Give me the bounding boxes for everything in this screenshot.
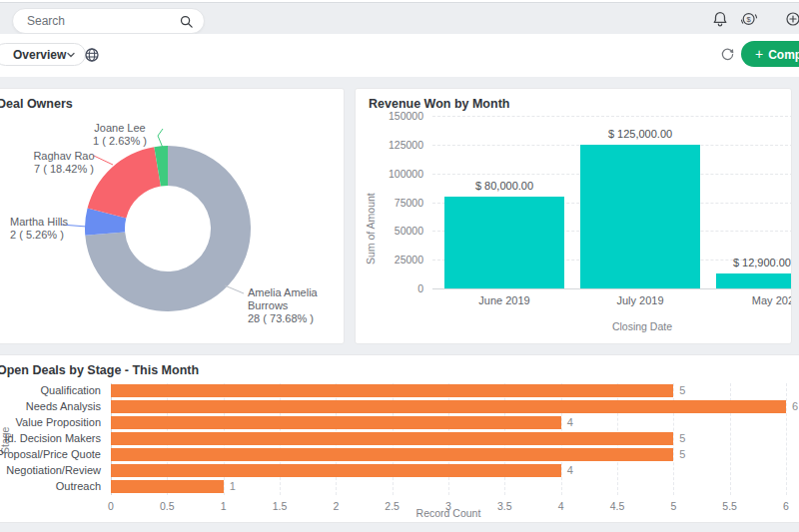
gridline (432, 288, 792, 289)
x-category-label: May 2020 (708, 294, 792, 306)
slice-value: 7 ( 18.42% ) (19, 163, 109, 176)
bar-value-label: 6 (792, 400, 798, 413)
slice-value: 2 ( 5.26% ) (10, 229, 100, 242)
deal-owners-panel: Deal Owners Joane Lee 1 ( 2.63% ) Raghav… (0, 88, 345, 344)
search-input[interactable] (27, 10, 177, 32)
x-tick-label: 5 (653, 500, 693, 512)
bar-value-label: $ 125,000.00 (608, 128, 672, 140)
panel-title: Open Deals by Stage - This Month (0, 363, 199, 377)
open-deals-by-stage-panel: Open Deals by Stage - This Month Stage Q… (0, 354, 799, 523)
revenue-won-panel: Revenue Won by Month Sum of Amount 15000… (355, 88, 792, 344)
add-circle-icon[interactable] (784, 10, 799, 28)
stage-category-labels: QualificationNeeds AnalysisValue Proposi… (0, 383, 101, 495)
revenue-bar-july-2019[interactable] (580, 145, 700, 288)
svg-text:$: $ (747, 15, 752, 24)
y-tick-label: 50000 (356, 225, 423, 237)
globe-icon[interactable] (84, 47, 100, 63)
stage-bar-negotiation-review[interactable] (111, 464, 561, 477)
plus-icon: + (755, 46, 763, 62)
toolbar-row: Overview +Component (0, 34, 799, 77)
slice-name: Joane Lee (75, 122, 165, 135)
y-tick-label: 0 (356, 282, 423, 294)
y-tick-label: 25000 (356, 254, 423, 266)
slice-name: Amelia Amelia Burrows (248, 286, 343, 312)
refresh-icon[interactable] (720, 47, 735, 62)
dashboard-view-dropdown[interactable]: Overview (0, 43, 86, 66)
y-category-label: Negotiation/Review (0, 464, 101, 477)
slice-value: 1 ( 2.63% ) (75, 135, 165, 148)
donut-callout-joane-lee: Joane Lee 1 ( 2.63% ) (75, 122, 165, 148)
coin-dollar-icon[interactable]: $ (740, 10, 758, 28)
stage-bar-outreach[interactable] (111, 480, 224, 493)
stage-bar-qualification[interactable] (111, 384, 673, 397)
revenue-bar-may-2020[interactable] (716, 273, 792, 288)
x-tick-label: 6 (766, 500, 799, 512)
bar-value-label: 4 (567, 416, 573, 429)
x-tick-label: 1 (204, 500, 244, 512)
bar-value-label: 5 (679, 384, 685, 397)
donut-callout-raghav-rao: Raghav Rao 7 ( 18.42% ) (19, 150, 109, 176)
bar-value-label: 1 (230, 480, 236, 493)
y-category-label: Value Proposition (0, 416, 101, 429)
slice-value: 28 ( 73.68% ) (248, 312, 343, 325)
slice-name: Raghav Rao (19, 150, 109, 163)
x-tick-label: 4.5 (597, 500, 637, 512)
stage-bar-id-decision-makers[interactable] (111, 432, 673, 445)
dashboard-view-label: Overview (13, 48, 66, 62)
window-top-edge (0, 0, 799, 3)
panel-title: Revenue Won by Month (369, 97, 509, 111)
bar-value-label: $ 80,000.00 (475, 180, 533, 192)
x-category-label: July 2019 (572, 294, 708, 306)
bar-value-label: 5 (679, 448, 685, 461)
y-tick-label: 150000 (356, 110, 423, 122)
stage-bar-chart: 00.511.522.533.544.555.565645541 (111, 383, 787, 495)
slice-name: Martha Hills (10, 216, 100, 229)
bell-icon[interactable] (711, 10, 729, 28)
panel-title: Deal Owners (0, 97, 73, 111)
bar-value-label: 4 (567, 464, 573, 477)
gridline (432, 116, 792, 117)
x-axis-label: Closing Date (572, 320, 712, 332)
x-tick-label: 5.5 (710, 500, 750, 512)
stage-bar-needs-analysis[interactable] (111, 400, 786, 413)
x-category-label: June 2019 (436, 294, 572, 306)
y-category-label: Needs Analysis (0, 400, 101, 413)
deal-owners-donut-chart (85, 146, 251, 311)
search-box[interactable] (12, 8, 205, 34)
y-category-label: Id. Decision Makers (0, 432, 101, 445)
x-tick-label: 0 (91, 500, 131, 512)
bar-value-label: 5 (679, 432, 685, 445)
stage-bar-value-proposition[interactable] (111, 416, 561, 429)
y-tick-label: 75000 (356, 197, 423, 209)
y-category-label: Qualification (0, 384, 101, 397)
x-axis-label: Record Count (379, 507, 518, 519)
add-component-button[interactable]: +Component (741, 41, 799, 67)
revenue-bar-june-2019[interactable] (444, 197, 564, 288)
y-category-label: Outreach (0, 480, 101, 493)
y-tick-label: 125000 (356, 139, 423, 151)
x-tick-label: 1.5 (260, 500, 300, 512)
topbar: $ (0, 4, 799, 34)
x-tick-label: 4 (541, 500, 581, 512)
x-tick-label: 2 (316, 500, 356, 512)
search-icon[interactable] (179, 14, 194, 29)
revenue-bar-chart: $ 80,000.00June 2019$ 125,000.00July 201… (432, 116, 792, 288)
y-tick-label: 100000 (356, 168, 423, 180)
donut-callout-amelia-burrows: Amelia Amelia Burrows 28 ( 73.68% ) (248, 286, 343, 325)
y-category-label: Proposal/Price Quote (0, 448, 101, 461)
donut-callout-martha-hills: Martha Hills 2 ( 5.26% ) (10, 216, 100, 242)
gridline (786, 383, 787, 495)
caret-down-icon (67, 52, 75, 58)
bar-value-label: $ 12,900.00 (733, 257, 791, 268)
x-tick-label: 0.5 (147, 500, 187, 512)
stage-bar-proposal-price-quote[interactable] (111, 448, 673, 461)
